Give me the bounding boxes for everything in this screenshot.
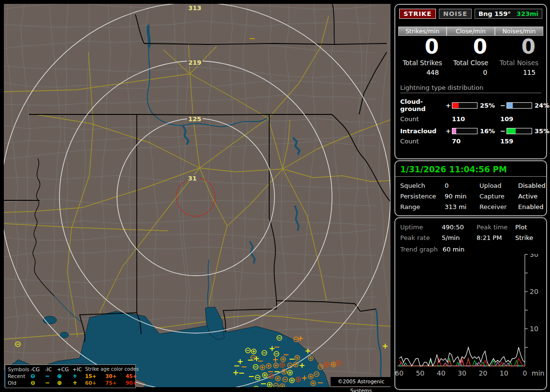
lightning-map[interactable]: 31321912531 Symbols -CG -IC +CG +IC Stri…: [4, 4, 391, 387]
x-axis-tick-label: 40: [437, 369, 446, 377]
cloud-ground-row: Cloud-ground + 25% − 24%: [395, 93, 546, 112]
cloud-ground-counts: Count 110 109: [395, 112, 546, 123]
ic-negative-bar: [507, 128, 532, 134]
cg-negative-pct: 24%: [535, 102, 550, 109]
status-grid: Squelch 0 Upload Disabled Persistence 90…: [395, 177, 546, 216]
total-close-value: 0: [447, 67, 495, 76]
receiver-status: Enabled: [518, 203, 545, 210]
total-close-label: Total Close: [447, 58, 495, 67]
x-axis-tick-label: 60: [395, 369, 404, 377]
copyright-label: ©2005 Astrogenic Systems: [331, 377, 391, 386]
plus-icon: +: [72, 373, 85, 379]
circle-minus-icon: ⊖: [30, 373, 45, 379]
bearing-value: Bng 159°: [478, 10, 511, 17]
bearing-display: Bng 159° 323mi: [475, 9, 542, 19]
uptime-value: 490:50: [442, 224, 477, 231]
close-per-min-column: Close/min 0 Total Close 0: [447, 27, 495, 76]
trend-graph: 1020306050403020100min: [395, 254, 544, 383]
counters-panel: STRIKE NOISE Bng 159° 323mi Strikes/min …: [394, 4, 547, 159]
range-ring-label: 219: [188, 59, 201, 66]
cg-positive-pct: 25%: [480, 102, 500, 109]
legend-row-recent: Recent ⊖ − ⊕ + 15+ 30+ 45+: [8, 373, 133, 379]
range-ring-label: 313: [188, 4, 201, 12]
range-value: 313 mi: [445, 203, 479, 210]
strikes-per-min-button[interactable]: Strikes/min: [398, 27, 447, 36]
noises-per-min-column: Noises/min 0 Total Noises 115: [495, 27, 543, 76]
legend-age-header: Strike age color codes: [85, 366, 145, 373]
y-axis-tick-label: 30: [530, 254, 538, 258]
cg-negative-count: 109: [500, 115, 549, 123]
x-axis-tick-label: 0: [523, 369, 527, 377]
legend-col-ic-neg: -IC: [45, 366, 57, 373]
total-strikes-value: 448: [398, 67, 447, 76]
strike-indicator-button[interactable]: STRIKE: [399, 9, 436, 19]
circle-plus-icon: ⊕: [57, 373, 72, 379]
total-noises-label: Total Noises: [495, 58, 543, 67]
peak-time-value: 8:21 PM: [477, 234, 515, 241]
trend-series-cg_neg: [399, 362, 525, 366]
total-noises-value: 115: [495, 67, 543, 76]
plot-type-value: Strike: [515, 234, 541, 241]
persistence-value: 90 min: [445, 193, 479, 200]
minus-icon: −: [45, 379, 57, 386]
legend-col-cg-neg: -CG: [30, 366, 45, 373]
total-strikes-label: Total Strikes: [398, 58, 447, 67]
ic-negative-count: 159: [500, 138, 549, 145]
strike-legend: Symbols -CG -IC +CG +IC Strike age color…: [5, 364, 136, 388]
ic-negative-pct: 35%: [535, 127, 550, 135]
legend-symbols-header: Symbols: [8, 366, 30, 373]
trend-panel: Uptime 490:50 Peak time Plot Peak rate 5…: [394, 217, 547, 390]
status-panel: 1/31/2026 11:04:56 PM Squelch 0 Upload D…: [394, 160, 547, 216]
ic-positive-bar: [452, 128, 478, 134]
strikes-per-min-value: 0: [398, 36, 447, 58]
trend-series-total: [399, 348, 525, 366]
cg-negative-bar: [507, 102, 532, 109]
intracloud-counts: Count 70 159: [395, 135, 546, 145]
ic-positive-count: 70: [452, 138, 500, 145]
x-axis-tick-label: 20: [478, 369, 487, 377]
noises-per-min-button[interactable]: Noises/min: [495, 27, 543, 36]
peak-rate-value: 5/min: [442, 234, 477, 241]
capture-status: Active: [518, 193, 545, 200]
ic-positive-pct: 16%: [480, 127, 500, 135]
range-ring-label: 31: [188, 175, 197, 182]
app-window: 31321912531 Symbols -CG -IC +CG +IC Stri…: [0, 0, 550, 392]
y-axis-tick-label: 20: [530, 288, 538, 295]
circle-plus-icon: ⊕: [57, 379, 72, 386]
datetime-display: 1/31/2026 11:04:56 PM: [395, 161, 546, 177]
trend-window-value: 60 min: [443, 246, 464, 253]
legend-col-cg-pos: +CG: [57, 366, 72, 373]
y-axis-tick-label: 10: [530, 325, 538, 333]
map-canvas: 31321912531: [4, 4, 391, 387]
x-axis-tick-label: 30: [458, 369, 466, 377]
x-axis-tick-label: 10: [500, 369, 508, 377]
squelch-value: 0: [445, 182, 479, 189]
circle-minus-icon: ⊖: [30, 379, 45, 386]
trend-series-ic_pos: [399, 360, 525, 366]
close-per-min-value: 0: [447, 36, 495, 58]
cg-positive-bar: [452, 102, 478, 109]
stats-grid: Uptime 490:50 Peak time Plot Peak rate 5…: [395, 218, 546, 241]
strikes-per-min-column: Strikes/min 0 Total Strikes 448: [398, 27, 447, 76]
noises-per-min-value: 0: [495, 36, 543, 58]
legend-row-old: Old ⊖ − ⊕ + 60+ 75+ 90+: [8, 379, 133, 386]
close-per-min-button[interactable]: Close/min: [447, 27, 495, 36]
range-ring-label: 125: [188, 115, 201, 123]
intracloud-row: Intracloud + 16% − 35%: [395, 123, 546, 135]
legend-col-ic-pos: +IC: [72, 366, 85, 373]
cg-positive-count: 110: [452, 115, 500, 123]
x-axis-tick-label: 50: [416, 369, 424, 377]
plus-icon: +: [72, 379, 85, 386]
trend-graph-label: Trend graph: [400, 246, 438, 253]
distribution-title: Lightning type distribution: [400, 84, 541, 93]
minus-icon: −: [45, 373, 57, 379]
noise-indicator-button[interactable]: NOISE: [439, 9, 472, 19]
upload-status: Disabled: [518, 182, 545, 189]
x-axis-unit-label: min: [532, 369, 544, 377]
plot-label: Plot: [515, 224, 541, 231]
bearing-range-value: 323mi: [517, 10, 538, 17]
